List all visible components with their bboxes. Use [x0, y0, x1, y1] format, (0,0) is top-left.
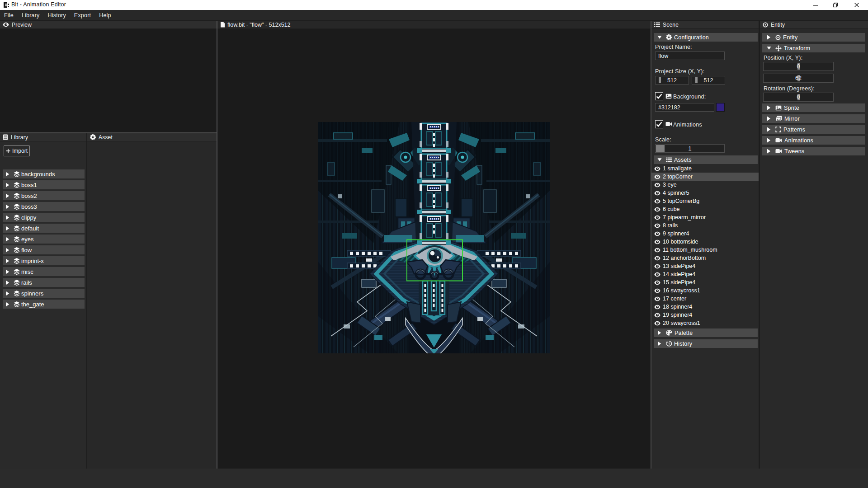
asset-item-smallgate[interactable]: 1 smallgate [651, 164, 759, 173]
asset-item-swaycross1[interactable]: 20 swaycross1 [651, 319, 759, 327]
patterns-section-header[interactable]: Patterns [762, 125, 865, 134]
eye-icon[interactable] [654, 272, 660, 277]
import-button[interactable]: Import [4, 145, 30, 156]
sprite-section-header[interactable]: Sprite [762, 103, 865, 112]
maximize-button[interactable] [828, 0, 843, 10]
asset-item-bottomside[interactable]: 10 bottomside [651, 238, 759, 246]
position-x-input[interactable]: 0 [763, 62, 834, 71]
library-item-rails[interactable]: rails [3, 278, 85, 287]
eye-icon[interactable] [654, 256, 660, 261]
asset-item-rails[interactable]: 8 rails [651, 221, 759, 230]
triangle-right-icon[interactable] [5, 258, 9, 263]
project-name-input[interactable]: flow [655, 52, 725, 60]
palette-section-header[interactable]: Palette [654, 328, 758, 337]
asset-item-sidePipe4[interactable]: 15 sidePipe4 [651, 278, 759, 286]
animations-section-header[interactable]: Animations [762, 136, 865, 145]
eye-icon[interactable] [654, 321, 660, 326]
library-item-boss3[interactable]: boss3 [3, 202, 85, 211]
eye-icon[interactable] [654, 215, 660, 220]
library-item-the_gate[interactable]: the_gate [3, 300, 85, 309]
asset-item-sidePipe4[interactable]: 13 sidePipe4 [651, 262, 759, 270]
background-color-input[interactable]: #312182 [655, 103, 714, 112]
eye-icon[interactable] [654, 264, 660, 269]
library-item-flow[interactable]: flow [3, 245, 85, 254]
triangle-right-icon[interactable] [5, 172, 9, 177]
eye-icon[interactable] [654, 183, 660, 188]
transform-section-header[interactable]: Transform [762, 44, 865, 52]
entity-section-header[interactable]: Entity [762, 33, 865, 42]
triangle-right-icon[interactable] [5, 215, 9, 220]
eye-icon[interactable] [654, 313, 660, 318]
eye-icon[interactable] [654, 199, 660, 204]
canvas-artwork[interactable] [318, 122, 550, 353]
animations-checkbox[interactable] [655, 120, 663, 128]
document-tab-label[interactable]: flow.bit - "flow" - 512x512 [227, 22, 291, 28]
asset-item-topCorner[interactable]: 2 topCorner [651, 173, 759, 181]
eye-icon[interactable] [654, 174, 660, 179]
eye-icon[interactable] [654, 296, 660, 301]
triangle-right-icon[interactable] [5, 302, 9, 307]
asset-item-sidePipe4[interactable]: 14 sidePipe4 [651, 270, 759, 278]
eye-icon[interactable] [654, 288, 660, 293]
eye-icon[interactable] [654, 248, 660, 253]
triangle-right-icon[interactable] [5, 248, 9, 253]
triangle-right-icon[interactable] [5, 183, 9, 188]
asset-item-swaycross1[interactable]: 16 swaycross1 [651, 286, 759, 295]
history-section-header[interactable]: History [654, 339, 758, 348]
asset-item-center[interactable]: 17 center [651, 295, 759, 303]
library-item-default[interactable]: default [3, 224, 85, 233]
asset-item-spinner5[interactable]: 4 spinner5 [651, 189, 759, 197]
position-y-input[interactable]: 62 [763, 74, 834, 83]
menu-item-export[interactable]: Export [70, 10, 95, 20]
tweens-section-header[interactable]: Tweens [762, 147, 865, 155]
project-size-y-input[interactable]: 512 [692, 76, 725, 84]
library-item-spinners[interactable]: spinners [3, 289, 85, 298]
library-item-boss1[interactable]: boss1 [3, 180, 85, 189]
preview-viewport[interactable] [0, 29, 217, 132]
menu-item-help[interactable]: Help [95, 10, 115, 20]
asset-item-eye[interactable]: 3 eye [651, 181, 759, 189]
asset-item-cube[interactable]: 6 cube [651, 205, 759, 213]
eye-icon[interactable] [654, 239, 660, 244]
library-item-backgrounds[interactable]: backgrounds [3, 169, 85, 178]
close-button[interactable] [849, 0, 864, 10]
triangle-right-icon[interactable] [5, 226, 9, 231]
triangle-right-icon[interactable] [5, 291, 9, 296]
triangle-right-icon[interactable] [5, 204, 9, 209]
background-checkbox[interactable] [655, 92, 663, 100]
triangle-right-icon[interactable] [5, 269, 9, 274]
asset-item-topCornerBg[interactable]: 5 topCornerBg [651, 197, 759, 205]
asset-item-pipearm_mirror[interactable]: 7 pipearm_mirror [651, 213, 759, 221]
configuration-section-header[interactable]: Configuration [654, 33, 758, 42]
assets-section-header[interactable]: Assets [654, 155, 758, 164]
library-item-misc[interactable]: misc [3, 267, 85, 276]
eye-icon[interactable] [654, 191, 660, 196]
asset-item-bottom_mushroom[interactable]: 11 bottom_mushroom [651, 246, 759, 254]
library-item-eyes[interactable]: eyes [3, 235, 85, 244]
menu-item-file[interactable]: File [0, 10, 18, 20]
library-item-clippy[interactable]: clippy [3, 213, 85, 222]
eye-icon[interactable] [654, 207, 660, 212]
menu-item-library[interactable]: Library [18, 10, 44, 20]
eye-icon[interactable] [654, 305, 660, 310]
minimize-button[interactable] [808, 0, 823, 10]
asset-item-anchorBottom[interactable]: 12 anchorBottom [651, 254, 759, 262]
triangle-right-icon[interactable] [5, 193, 9, 198]
eye-icon[interactable] [654, 223, 660, 228]
mirror-section-header[interactable]: Mirror [762, 114, 865, 123]
library-item-boss2[interactable]: boss2 [3, 191, 85, 200]
triangle-right-icon[interactable] [5, 280, 9, 285]
eye-icon[interactable] [654, 231, 660, 236]
triangle-right-icon[interactable] [5, 237, 9, 242]
library-item-imprint-x[interactable]: imprint-x [3, 256, 85, 265]
asset-item-spinner4[interactable]: 19 spinner4 [651, 311, 759, 319]
asset-item-spinner4[interactable]: 18 spinner4 [651, 303, 759, 311]
menu-item-history[interactable]: History [44, 10, 70, 20]
eye-icon[interactable] [654, 166, 660, 171]
asset-item-spinner4[interactable]: 9 spinner4 [651, 230, 759, 238]
eye-icon[interactable] [654, 280, 660, 285]
scale-input[interactable]: 1 [655, 144, 725, 153]
rotation-input[interactable]: 0 [763, 93, 834, 102]
project-size-x-input[interactable]: 512 [655, 76, 689, 84]
background-color-swatch[interactable] [716, 103, 725, 112]
